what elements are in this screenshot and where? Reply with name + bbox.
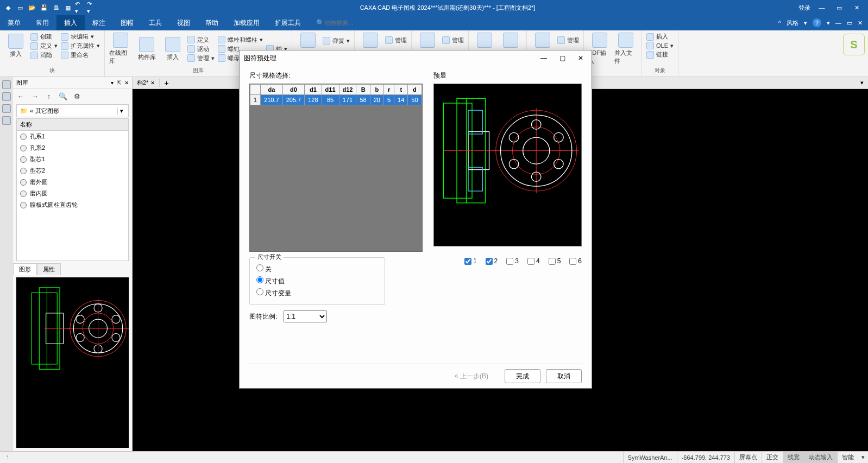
tab-ext[interactable]: 扩展工具 [267,15,309,30]
object-insert-button[interactable]: 插入 [646,33,674,41]
spring-big-button[interactable] [297,33,319,49]
view-checkbox-1[interactable]: 1 [464,257,477,265]
block-extattr-button[interactable]: 扩充属性 ▾ [61,42,100,50]
finish-button[interactable]: 完成 [505,369,540,383]
tab-tools[interactable]: 工具 [141,15,169,30]
status-lineweight[interactable]: 线宽 [783,452,804,463]
panel-pin-icon[interactable]: ⇱ [117,80,121,86]
nav-forward-icon[interactable]: → [30,92,39,100]
lib-define-button[interactable]: 定义 [187,36,215,44]
tab-help[interactable]: 帮助 [198,15,226,30]
view-checkbox-4[interactable]: 4 [527,257,540,265]
minimize-button[interactable]: — [816,4,828,11]
status-smart[interactable]: 智能 [837,452,858,463]
nav-back-icon[interactable]: ← [16,92,25,100]
close-button[interactable]: ✕ [851,4,863,11]
pdf-big-button[interactable] [531,33,554,48]
gb-manage-button[interactable]: 管理 [442,36,464,45]
qat-preview-icon[interactable]: ▦ [63,3,73,12]
lt-icon-2[interactable] [2,92,11,101]
bolt-button[interactable]: 螺栓和螺柱 ▾ [218,36,263,44]
dialog-minimize-button[interactable]: — [537,54,550,62]
qat-save-icon[interactable]: 💾 [39,3,49,12]
breadcrumb-dropdown-icon[interactable]: ▾ [117,107,125,115]
dim-radio-variable[interactable]: 尺寸变量 [256,288,378,298]
tab-addons[interactable]: 加载应用 [226,15,267,30]
status-screenpoint[interactable]: 屏幕点 [734,452,762,463]
object-ole-button[interactable]: OLE ▾ [646,42,674,49]
doc-tab[interactable]: 档2*✕ [133,79,160,87]
table-row[interactable]: 1210.7205.712885171582051450 [250,95,422,105]
lib-manage-button[interactable]: 管理 ▾ [187,54,215,62]
merge-file-button[interactable]: 并入文件 [614,33,637,65]
gb-big-button[interactable] [416,33,439,48]
list-item[interactable]: 磨内圆 [17,188,128,199]
qat-redo-icon[interactable]: ↷ ▾ [87,3,97,12]
list-item[interactable]: 型芯1 [17,154,128,165]
qat-new-icon[interactable]: ▭ [15,3,25,12]
status-ortho[interactable]: 正交 [762,452,783,463]
online-library-button[interactable]: 在线图库 [109,33,132,65]
block-hide-button[interactable]: 消隐 [30,51,58,59]
library-insert-button[interactable]: 插入 [161,37,184,61]
tab-insert[interactable]: 插入 [56,15,85,30]
close-icon[interactable]: ✕ [150,80,155,86]
qat-open-icon[interactable]: 📂 [27,3,37,12]
mdi-restore-button[interactable]: ▭ [847,20,852,27]
login-link[interactable]: 登录 [798,4,810,12]
list-item[interactable]: 磨外圆 [17,176,128,188]
dialog-close-button[interactable]: ✕ [574,54,587,62]
tab-attributes[interactable]: 属性 [37,263,61,275]
block-define-button[interactable]: 定义 ▾ [30,42,58,50]
object-link-button[interactable]: 链接 [646,50,674,59]
tab-common[interactable]: 常用 [28,15,56,30]
list-item[interactable]: 腹板式圆柱直齿轮 [17,199,128,211]
component-library-button[interactable]: 构件库 [135,37,158,61]
ga-big-button[interactable] [359,33,382,48]
gd-manage-button[interactable]: 管理 [557,36,579,45]
lt-icon-1[interactable] [2,80,11,89]
style-label[interactable]: 风格 [787,19,798,27]
dialog-maximize-button[interactable]: ▢ [556,54,569,62]
qat-print-icon[interactable]: 🖶 [51,3,61,12]
block-insert-button[interactable]: 插入 [4,34,27,58]
panel-close-icon[interactable]: ✕ [124,80,129,86]
lt-icon-3[interactable] [2,104,11,113]
new-tab-button[interactable]: + [160,79,173,87]
ga-manage-button[interactable]: 管理 [385,36,407,45]
status-dyninput[interactable]: 动态输入 [804,452,837,463]
prev-button[interactable]: < 上一步(B) [444,369,499,383]
panel-dropdown-icon[interactable]: ▾ [111,80,114,86]
lt-icon-4[interactable] [2,116,11,125]
feature-search-input[interactable] [324,20,389,26]
tab-menu[interactable]: 菜单 [0,15,28,30]
block-edit-button[interactable]: 块编辑 ▾ [61,33,100,41]
scale-select[interactable]: 1:1 [284,310,327,322]
list-item[interactable]: 型芯2 [17,165,128,176]
block-rename-button[interactable]: 重命名 [61,51,100,59]
lib-drive-button[interactable]: 驱动 [187,45,215,53]
spring-button[interactable]: 弹簧 ▾ [323,37,350,45]
maximize-button[interactable]: ▭ [833,4,845,11]
nav-search-icon[interactable]: 🔍 [59,92,67,100]
tab-shape[interactable]: 图形 [13,263,37,275]
help-icon[interactable]: ? [813,18,821,27]
status-dropdown-icon[interactable]: ▾ [858,454,868,461]
tabs-dropdown-icon[interactable]: ▾ [856,79,868,86]
qat-undo-icon[interactable]: ↶ ▾ [75,3,85,12]
view-checkbox-2[interactable]: 2 [486,257,498,265]
cancel-button[interactable]: 取消 [546,369,582,383]
nav-up-icon[interactable]: ↑ [45,92,53,100]
mdi-close-button[interactable]: ✕ [858,20,863,27]
tab-annotate[interactable]: 标注 [85,15,113,30]
view-checkbox-6[interactable]: 6 [569,257,582,265]
tab-view[interactable]: 视图 [169,15,198,30]
view-checkbox-3[interactable]: 3 [506,257,519,265]
nav-settings-icon[interactable]: ⚙ [73,92,81,100]
panel-breadcrumb[interactable]: 📁 « 其它图形 ▾ [16,104,129,117]
qr-button[interactable] [473,33,496,48]
block-create-button[interactable]: 创建 [30,33,58,41]
tab-sheet[interactable]: 图幅 [113,15,141,30]
barcode-button[interactable] [499,33,522,48]
list-item[interactable]: 孔系2 [17,142,128,154]
